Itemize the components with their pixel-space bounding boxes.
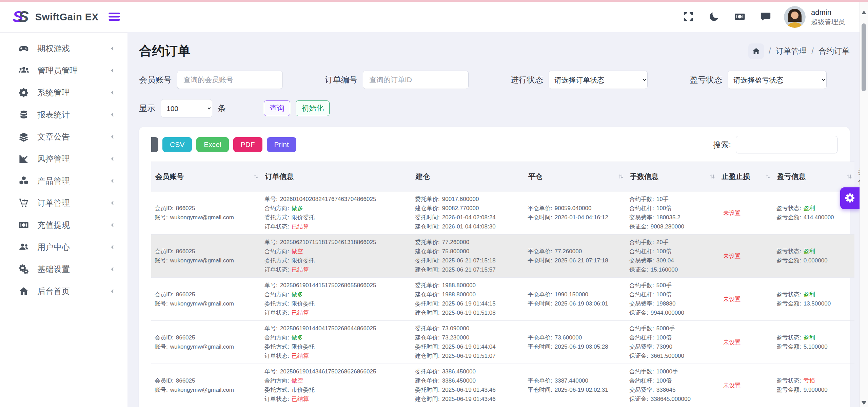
cell-line: 账号:wukongymw@gmail.com [155, 256, 258, 265]
sidebar-item-product-management[interactable]: 产品管理 [0, 170, 127, 192]
export-excel-button[interactable]: Excel [196, 137, 229, 152]
cell-line: 平仓时间:2025-06-19 02:02:31 [528, 385, 623, 394]
close-position-cell: 平仓单价:77.260000平仓时间:2025-06-21 07:17:18 [524, 235, 626, 278]
pnl-status-select[interactable]: 请选择盈亏状态 [728, 71, 827, 89]
scrollbar-thumb[interactable] [862, 23, 866, 91]
sidebar-item-label: 订单管理 [37, 198, 70, 208]
cell-line: 盈亏金额:414.400000 [776, 213, 851, 222]
cell-line: 合约杠杆:100倍 [629, 333, 714, 342]
member-account-input[interactable] [177, 71, 283, 89]
order-id-input[interactable] [363, 71, 469, 89]
order-status-select[interactable]: 请选择订单状态 [549, 71, 648, 89]
sidebar-item-basic-settings[interactable]: 基础设置 [0, 258, 127, 280]
cell-line: 建仓单价:3386.450000 [415, 376, 521, 385]
cell-line: 会员ID:866025 [155, 290, 258, 299]
fullscreen-icon[interactable] [682, 11, 694, 23]
sidebar-item-admin-management[interactable]: 管理员管理 [0, 59, 127, 81]
scrollbar[interactable] [860, 2, 868, 407]
table-row[interactable]: 会员ID:866025账号:wukongymw@gmail.com单号:2025… [151, 235, 854, 278]
filter-actions: 查询 初始化 [264, 100, 330, 116]
sidebar-item-risk-control[interactable]: 风控管理 [0, 148, 127, 170]
breadcrumb-home-icon[interactable] [748, 43, 764, 59]
user-meta[interactable]: admin 超级管理员 [811, 8, 845, 26]
cell-line: 合约方向:做多 [264, 204, 408, 213]
cell-line: 交易费率:198880 [629, 299, 714, 308]
column-header-7[interactable]: 盈亏信息 [773, 162, 854, 191]
close-position-cell: 平仓单价:73.600000平仓时间:2025-06-19 03:05:28 [524, 321, 626, 364]
sidebar-item-label: 产品管理 [37, 175, 70, 186]
cell-line: 平仓时间:2026-01-04 04:16:12 [528, 213, 623, 222]
cell-line: 建仓单价:73.230000 [415, 333, 521, 342]
banknote-icon[interactable] [734, 11, 746, 23]
sidebar-item-label: 系统管理 [37, 87, 70, 98]
export-csv-button[interactable]: CSV [162, 137, 192, 152]
cell-line: 订单状态:已结算 [264, 265, 408, 274]
top-progress-line [0, 0, 868, 2]
cell-line: 合约手数:500手 [629, 281, 714, 290]
reset-button[interactable]: 初始化 [296, 100, 330, 116]
chat-icon[interactable] [760, 11, 772, 23]
cell-line: 平仓单价:90059.040000 [528, 204, 623, 213]
filter-label: 进行状态 [511, 74, 543, 85]
table-row[interactable]: 会员ID:866025账号:wukongymw@gmail.com单号:2026… [151, 191, 854, 235]
cell-line: 合约手数:10000手 [629, 367, 714, 376]
clipped-export-button[interactable] [151, 137, 158, 152]
stop-loss-take-profit-cell: 未设置 [717, 321, 773, 364]
export-pdf-button[interactable]: PDF [233, 137, 262, 152]
cell-line: 会员ID:866025 [155, 204, 258, 213]
sort-icon [846, 173, 853, 180]
brand-name: SwiftGain EX [35, 12, 98, 23]
column-header-5[interactable]: 手数信息 [626, 162, 717, 191]
cell-line: 会员ID:866025 [155, 247, 258, 256]
cell-line: 会员ID:866025 [155, 333, 258, 342]
table-row[interactable]: 会员ID:866025账号:wukongymw@gmail.com单号:2025… [151, 321, 854, 364]
cell-line: 未设置 [721, 338, 770, 347]
sidebar-item-user-center[interactable]: 用户中心 [0, 236, 127, 258]
cell-line: 委托方式:限价委托 [264, 342, 408, 351]
sidebar-item-option-games[interactable]: 期权游戏 [0, 37, 127, 59]
order-cell: 单号:202506190143461750268626866025合约方向:做空… [261, 364, 412, 407]
table-row[interactable]: 会员ID:866025账号:wukongymw@gmail.com单号:2025… [151, 278, 854, 321]
sidebar-item-admin-home[interactable]: 后台首页 [0, 280, 127, 302]
sidebar-item-article-announcements[interactable]: 文章公告 [0, 126, 127, 148]
column-header-6[interactable]: 止盈止损 [717, 162, 773, 191]
settings-fab[interactable] [840, 187, 860, 209]
query-button[interactable]: 查询 [264, 100, 290, 116]
export-row: CSVExcelPDFPrint 搜索: [151, 136, 837, 153]
sidebar-item-recharge-withdraw[interactable]: 充值提现 [0, 214, 127, 236]
cell-line: 保证金:9944.000000 [629, 308, 714, 317]
export-print-button[interactable]: Print [267, 137, 296, 152]
orders-card: CSVExcelPDFPrint 搜索: 会员账号订单信息建仓平仓手数信息止盈止… [139, 127, 850, 407]
member-cell: 会员ID:866025账号:wukongymw@gmail.com [151, 191, 261, 235]
scroll-up-arrow-icon[interactable] [862, 11, 866, 14]
avatar[interactable] [784, 6, 806, 28]
scroll-down-arrow-icon[interactable] [862, 401, 866, 405]
column-header-3[interactable]: 建仓 [412, 162, 524, 191]
user-role: 超级管理员 [811, 17, 845, 26]
open-position-cell: 委托单价:1988.800000建仓单价:1988.800000委托时间:202… [412, 278, 524, 321]
cell-line: 平仓时间:2025-06-19 03:06:01 [528, 299, 623, 308]
cell-line: 交易费率:73090 [629, 342, 714, 351]
chevron-left-icon [109, 155, 116, 162]
breadcrumb-item[interactable]: 合约订单 [818, 46, 850, 56]
column-header-2[interactable]: 订单信息 [261, 162, 412, 191]
member-cell: 会员ID:866025账号:wukongymw@gmail.com [151, 235, 261, 278]
sidebar-item-system-management[interactable]: 系统管理 [0, 81, 127, 104]
sidebar-item-order-management[interactable]: 订单管理 [0, 192, 127, 214]
chevron-left-icon [109, 288, 116, 295]
brand[interactable]: SS SwiftGain EX [0, 7, 104, 26]
cell-line: 委托单价:90017.600000 [415, 195, 521, 204]
column-header-1[interactable]: 会员账号 [151, 162, 261, 191]
table-body: 会员ID:866025账号:wukongymw@gmail.com单号:2026… [151, 191, 854, 407]
moon-icon[interactable] [708, 11, 720, 23]
table-row[interactable]: 会员ID:866025账号:wukongymw@gmail.com单号:2025… [151, 364, 854, 407]
page-size-select[interactable]: 100 [161, 99, 212, 117]
breadcrumb-item[interactable]: 订单管理 [776, 46, 807, 56]
sidebar-item-report-statistics[interactable]: 报表统计 [0, 104, 127, 126]
table-search-input[interactable] [736, 136, 837, 153]
open-position-cell: 委托单价:73.090000建仓单价:73.230000委托时间:2025-06… [412, 321, 524, 364]
cell-line: 盈亏金额:9.900000 [776, 385, 851, 394]
column-header-4[interactable]: 平仓 [524, 162, 626, 191]
hamburger-menu-button[interactable] [106, 10, 122, 24]
cell-line: 委托时间:2025-06-21 07:15:18 [415, 256, 521, 265]
